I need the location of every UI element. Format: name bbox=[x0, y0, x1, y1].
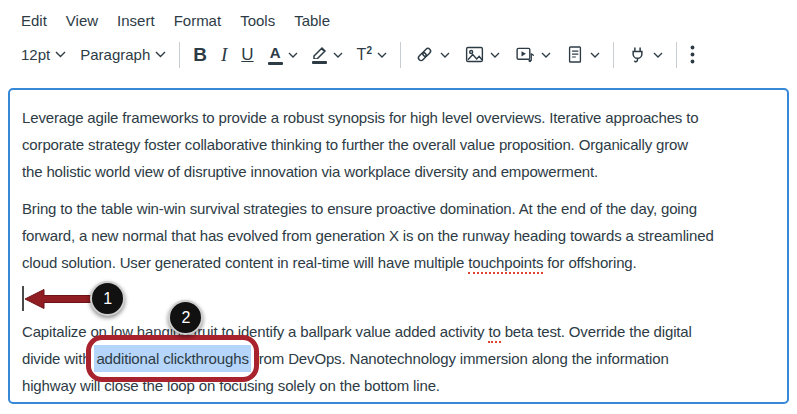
menu-format[interactable]: Format bbox=[174, 11, 222, 31]
empty-paragraph-with-cursor[interactable]: 1 bbox=[22, 286, 775, 312]
text-line: highway will close the loop on focusing … bbox=[22, 372, 775, 399]
media-button[interactable] bbox=[507, 39, 558, 71]
spellcheck-word: touchpoints bbox=[468, 254, 543, 274]
text-color-button[interactable]: A bbox=[261, 39, 305, 71]
text-line: forward, a new normal that has evolved f… bbox=[22, 222, 775, 249]
text-color-icon: A bbox=[268, 45, 283, 65]
text-line: Capitalize on low hanging fruit to ident… bbox=[22, 318, 775, 345]
text-line: Leverage agile frameworks to provide a r… bbox=[22, 104, 775, 131]
text-line: Bring to the table win-win survival stra… bbox=[22, 195, 775, 222]
callout-arrow-1 bbox=[24, 287, 96, 319]
chevron-down-icon bbox=[590, 52, 600, 58]
superscript-icon: T2 bbox=[357, 45, 372, 64]
toolbar-divider bbox=[400, 42, 401, 68]
italic-button[interactable]: I bbox=[214, 39, 234, 71]
chevron-down-icon bbox=[377, 52, 387, 58]
rich-content-editor-body[interactable]: Leverage agile frameworks to provide a r… bbox=[8, 88, 789, 404]
text-line: corporate strategy foster collaborative … bbox=[22, 131, 775, 158]
highlight-color-button[interactable] bbox=[305, 39, 350, 71]
image-button[interactable] bbox=[457, 39, 507, 71]
text-segment: beta test. Override the digital bbox=[501, 323, 692, 340]
media-icon bbox=[514, 44, 536, 65]
toolbar-divider bbox=[179, 42, 180, 68]
document-button[interactable] bbox=[558, 39, 607, 71]
link-button[interactable] bbox=[407, 39, 457, 71]
paragraph-format-value: Paragraph bbox=[80, 46, 150, 63]
editor-toolbar: 12pt Paragraph B I U A T2 bbox=[0, 33, 797, 77]
selected-text[interactable]: additional clickthroughs2 bbox=[94, 345, 250, 372]
underline-button[interactable]: U bbox=[234, 39, 260, 71]
menu-edit[interactable]: Edit bbox=[21, 11, 47, 31]
font-size-select[interactable]: 12pt bbox=[14, 39, 73, 71]
document-icon bbox=[565, 44, 585, 65]
chevron-down-icon bbox=[155, 51, 166, 58]
paragraph-1: Leverage agile frameworks to provide a r… bbox=[22, 104, 775, 185]
chevron-down-icon bbox=[55, 51, 66, 58]
chevron-down-icon bbox=[333, 52, 343, 58]
bold-button[interactable]: B bbox=[186, 39, 214, 71]
more-options-button[interactable] bbox=[683, 39, 702, 71]
chevron-down-icon bbox=[541, 52, 551, 58]
text-line: cloud solution. User generated content i… bbox=[22, 249, 775, 276]
chevron-down-icon bbox=[440, 52, 450, 58]
chevron-down-icon bbox=[288, 52, 298, 58]
text-segment: divide with bbox=[22, 350, 94, 367]
font-size-value: 12pt bbox=[21, 46, 50, 63]
highlighter-icon bbox=[312, 45, 328, 64]
superscript-button[interactable]: T2 bbox=[350, 39, 394, 71]
paragraph-format-select[interactable]: Paragraph bbox=[73, 39, 173, 71]
paragraph-2: Bring to the table win-win survival stra… bbox=[22, 195, 775, 276]
text-segment: Capitalize on low hanging fruit to ident… bbox=[22, 323, 488, 340]
chevron-down-icon bbox=[653, 52, 663, 58]
paragraph-3: Capitalize on low hanging fruit to ident… bbox=[22, 318, 775, 399]
selected-text-value: additional clickthroughs bbox=[96, 350, 248, 367]
text-segment: from DevOps. Nanotechnology immersion al… bbox=[251, 350, 669, 367]
tools-plug-button[interactable] bbox=[620, 39, 670, 71]
toolbar-divider bbox=[613, 42, 614, 68]
text-line: the holistic world view of disruptive in… bbox=[22, 158, 775, 185]
text-segment: for offshoring. bbox=[543, 254, 636, 271]
step-badge-1: 1 bbox=[90, 281, 125, 316]
menu-insert[interactable]: Insert bbox=[117, 11, 155, 31]
image-icon bbox=[464, 44, 485, 65]
chevron-down-icon bbox=[490, 52, 500, 58]
text-line: divide with additional clickthroughs2 fr… bbox=[22, 345, 775, 372]
menu-view[interactable]: View bbox=[66, 11, 98, 31]
toolbar-divider bbox=[676, 42, 677, 68]
text-segment: cloud solution. User generated content i… bbox=[22, 254, 468, 271]
more-options-icon bbox=[690, 45, 695, 64]
spellcheck-word: to bbox=[488, 323, 500, 343]
plug-icon bbox=[627, 44, 648, 66]
link-icon bbox=[414, 44, 435, 65]
menu-tools[interactable]: Tools bbox=[240, 11, 275, 31]
editor-menubar: Edit View Insert Format Tools Table bbox=[0, 0, 797, 33]
menu-table[interactable]: Table bbox=[294, 11, 330, 31]
